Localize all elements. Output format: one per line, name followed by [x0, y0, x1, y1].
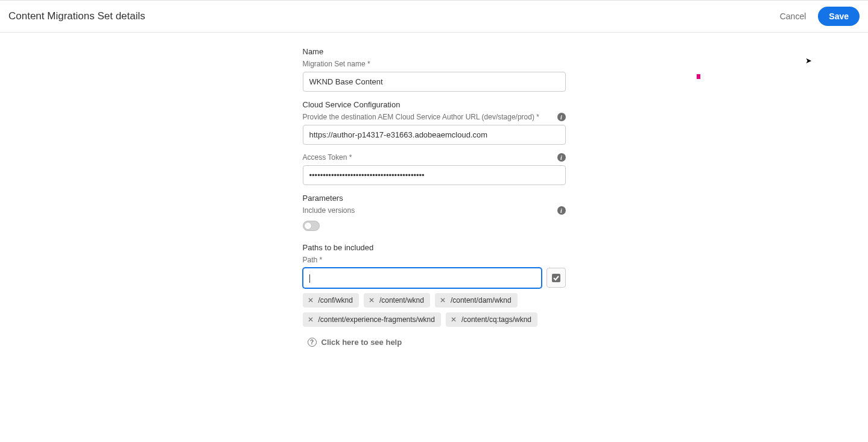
- cloud-url-input[interactable]: [303, 125, 566, 145]
- tag-label: /content/experience-fragments/wknd: [318, 315, 435, 324]
- info-icon[interactable]: i: [557, 113, 566, 121]
- cloud-url-label: Provide the destination AEM Cloud Servic…: [303, 113, 539, 121]
- include-versions-toggle[interactable]: [303, 221, 320, 231]
- section-name-label: Name: [303, 47, 566, 56]
- include-versions-label: Include versions: [303, 206, 355, 215]
- check-icon: [551, 273, 561, 283]
- info-icon[interactable]: i: [557, 153, 566, 162]
- form: Name Migration Set name * Cloud Service …: [303, 47, 566, 371]
- path-input[interactable]: [303, 268, 542, 288]
- section-paths-label: Paths to be included: [303, 243, 566, 252]
- close-icon[interactable]: ✕: [449, 316, 458, 323]
- header-bar: Content Migrations Set details Cancel Sa…: [0, 0, 868, 33]
- info-icon[interactable]: i: [557, 206, 566, 215]
- path-tag: ✕ /content/wknd: [364, 293, 430, 308]
- svg-rect-0: [552, 274, 560, 282]
- tag-label: /content/wknd: [379, 296, 424, 305]
- close-icon[interactable]: ✕: [367, 297, 376, 304]
- help-icon: ?: [308, 338, 317, 347]
- path-tag: ✕ /content/dam/wknd: [435, 293, 518, 308]
- cancel-button[interactable]: Cancel: [776, 7, 810, 26]
- cursor-icon: ➤: [805, 56, 812, 65]
- tag-label: /content/dam/wknd: [451, 296, 512, 305]
- path-tag: ✕ /conf/wknd: [303, 293, 359, 308]
- decorative-marker: [697, 74, 700, 79]
- migration-set-name-label: Migration Set name *: [303, 60, 566, 68]
- path-tag: ✕ /content/cq:tags/wknd: [446, 312, 537, 327]
- close-icon[interactable]: ✕: [306, 297, 315, 304]
- path-add-button[interactable]: [546, 268, 566, 288]
- page-title: Content Migrations Set details: [8, 10, 145, 22]
- section-parameters-label: Parameters: [303, 194, 566, 203]
- tag-label: /conf/wknd: [318, 296, 353, 305]
- close-icon[interactable]: ✕: [439, 297, 447, 304]
- access-token-label: Access Token *: [303, 153, 352, 162]
- path-tags: ✕ /conf/wknd ✕ /content/wknd ✕ /content/…: [303, 293, 566, 327]
- text-caret: [309, 274, 310, 283]
- path-tag: ✕ /content/experience-fragments/wknd: [303, 312, 441, 327]
- path-label: Path *: [303, 256, 566, 264]
- save-button[interactable]: Save: [818, 7, 860, 26]
- close-icon[interactable]: ✕: [306, 316, 315, 323]
- header-actions: Cancel Save: [776, 7, 860, 26]
- tag-label: /content/cq:tags/wknd: [461, 315, 531, 324]
- access-token-input[interactable]: [303, 165, 566, 185]
- migration-set-name-input[interactable]: [303, 72, 566, 92]
- help-link[interactable]: ? Click here to see help: [303, 338, 566, 347]
- help-text: Click here to see help: [322, 338, 402, 347]
- section-cloud-label: Cloud Service Configuration: [303, 100, 566, 109]
- toggle-knob: [304, 222, 312, 230]
